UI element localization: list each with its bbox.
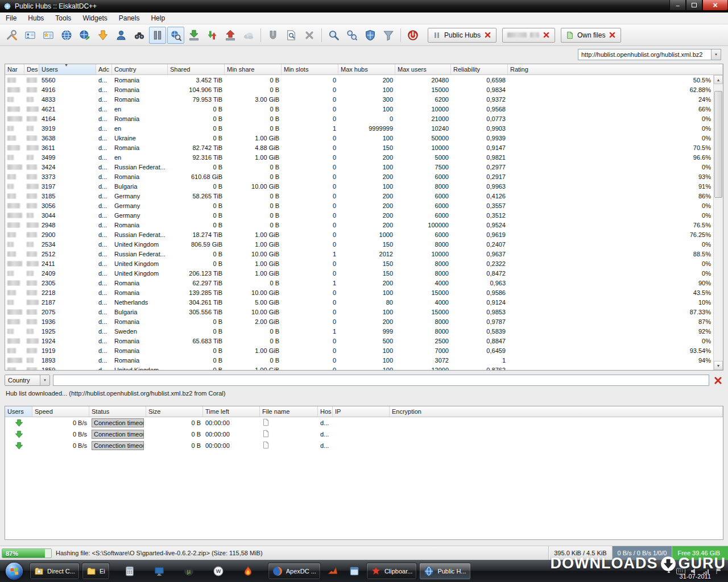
find-user-icon[interactable]	[113, 27, 130, 44]
scroll-up-icon[interactable]: ▲	[714, 75, 723, 84]
taskbar-app-window[interactable]	[345, 563, 364, 580]
transfers-icon[interactable]	[204, 27, 221, 44]
hub-table-row[interactable]: 4916 d... Romania 104.906 TiB 0 B 0 100 …	[5, 85, 713, 94]
hub-table-row[interactable]: 2409 d... United Kingdom 206.123 TiB 1.0…	[5, 268, 713, 278]
column-header-status[interactable]: Status	[89, 406, 146, 417]
hub-table-row[interactable]: 3056 d... Germany 0 B 0 B 0 200 6000 0,3…	[5, 201, 713, 210]
ip-filter-icon[interactable]	[380, 27, 397, 44]
column-header-description[interactable]: Des	[24, 64, 39, 74]
hub-table-row[interactable]: 1919 d... Romania 0 B 1.00 GiB 0 100 700…	[5, 346, 713, 355]
tab-public-hubs[interactable]: Public Hubs	[428, 28, 497, 43]
hublist-browser-icon[interactable]	[167, 27, 184, 44]
clear-filter-button[interactable]	[712, 375, 723, 386]
search-files-icon[interactable]	[344, 27, 361, 44]
hub-table-row[interactable]: 1859 d... United Kingdom 0 B 1.00 GiB 0 …	[5, 365, 713, 370]
hub-table-row[interactable]: 2411 d... United Kingdom 0 B 1.00 GiB 0 …	[5, 259, 713, 268]
taskbar-app-clipboard[interactable]: Clipboar...	[366, 563, 417, 580]
scrollbar-thumb[interactable]	[714, 91, 722, 198]
tab-close-icon[interactable]	[543, 31, 550, 39]
taskbar-app-utorrent[interactable]: µ	[179, 563, 198, 580]
column-header-reliability[interactable]: Reliability	[451, 64, 508, 74]
hub-table-row[interactable]: 3638 d... Ukraine 0 B 1.00 GiB 0 100 500…	[5, 133, 713, 143]
column-header-rating[interactable]: Rating	[508, 64, 723, 74]
close-button[interactable]: ×	[702, 0, 728, 11]
start-button[interactable]	[0, 560, 28, 582]
hub-table-row[interactable]: 2900 d... Russian Federat... 18.274 TiB …	[5, 230, 713, 239]
column-header-shared[interactable]: Shared	[168, 64, 225, 74]
quit-icon[interactable]	[404, 27, 421, 44]
hub-table-row[interactable]: 5560 d... Romania 3.452 TiB 0 B 0 200 20…	[5, 75, 713, 85]
search-icon[interactable]	[131, 27, 148, 44]
column-header-speed[interactable]: Speed	[32, 406, 89, 417]
hub-table-row[interactable]: 4621 d... en 0 B 0 B 0 100 10000 0,9568 …	[5, 104, 713, 114]
hub-table-row[interactable]: 1924 d... Romania 65.683 TiB 0 B 0 500 2…	[5, 336, 713, 346]
column-header-min-slots[interactable]: Min slots	[282, 64, 338, 74]
column-header-ip[interactable]: IP	[333, 406, 390, 417]
taskbar-app-explorer[interactable]: Direct C...	[30, 563, 80, 580]
taskbar-app-remote-desktop[interactable]	[150, 563, 169, 580]
download-queue-icon[interactable]	[94, 27, 111, 44]
hub-table-row[interactable]: 3499 d... en 92.316 TiB 1.00 GiB 0 200 5…	[5, 152, 713, 162]
hub-table-row[interactable]: 1936 d... Romania 0 B 2.00 GiB 0 200 800…	[5, 317, 713, 326]
hub-table-row[interactable]: 3044 d... Germany 0 B 0 B 0 200 6000 0,3…	[5, 210, 713, 220]
hub-table-row[interactable]: 2305 d... Romania 62.297 TiB 0 B 1 200 4…	[5, 278, 713, 288]
hub-table-row[interactable]: 4833 d... Romania 79.953 TiB 3.00 GiB 0 …	[5, 94, 713, 104]
hub-table-row[interactable]: 3611 d... Romania 82.742 TiB 4.88 GiB 0 …	[5, 143, 713, 152]
menu-help[interactable]: Help	[145, 13, 171, 23]
hub-table-row[interactable]: 1893 d... Romania 0 B 0 B 0 100 3072 1 9…	[5, 355, 713, 365]
public-hubs-icon[interactable]	[58, 27, 75, 44]
column-header-users[interactable]: Users	[5, 406, 32, 417]
column-header-country[interactable]: Country	[112, 64, 168, 74]
minimize-button[interactable]: –	[669, 0, 686, 11]
antispam-icon[interactable]	[362, 27, 379, 44]
scroll-down-icon[interactable]: ▼	[714, 361, 723, 370]
reload-hublist-icon[interactable]	[76, 27, 93, 44]
hub-table-row[interactable]: 3185 d... Germany 58.265 TiB 0 B 0 200 6…	[5, 191, 713, 201]
transfer-row[interactable]: 0 B/s Connection timeout 0 B 00:00:00 d.…	[5, 429, 723, 440]
chevron-down-icon[interactable]: ▼	[40, 375, 49, 385]
maximize-button[interactable]	[686, 0, 702, 11]
column-header-max-hubs[interactable]: Max hubs	[338, 64, 395, 74]
taskbar-app-calculator[interactable]	[120, 563, 139, 580]
hub-table-row[interactable]: 2534 d... United Kingdom 806.59 GiB 1.00…	[5, 239, 713, 249]
hub-table-row[interactable]: 3197 d... Bulgaria 0 B 10.00 GiB 0 100 8…	[5, 181, 713, 191]
menu-panels[interactable]: Panels	[113, 13, 146, 23]
column-header-host[interactable]: Hos	[318, 406, 333, 417]
transfer-row[interactable]: 0 B/s Connection timeout 0 B 00:00:00 d.…	[5, 440, 723, 451]
column-header-encryption[interactable]: Encryption	[390, 406, 723, 417]
vertical-scrollbar[interactable]: ▲ ▼	[713, 75, 723, 370]
filter-input[interactable]	[53, 375, 709, 386]
close-widget-icon[interactable]	[301, 27, 318, 44]
taskbar-app-apexdc[interactable]: ApexDC ...	[268, 563, 321, 580]
favorite-users-icon[interactable]	[22, 27, 39, 44]
hub-table-row[interactable]: 3919 d... en 0 B 0 B 1 9999999 10240 0,9…	[5, 123, 713, 133]
hub-table-row[interactable]: 2218 d... Romania 139.285 TiB 10.00 GiB …	[5, 288, 713, 297]
taskbar-app-folder[interactable]: Ei	[82, 563, 110, 580]
hublist-url-combobox[interactable]: http://hublist.openhublist.org/hublist.x…	[578, 49, 721, 60]
hub-table-row[interactable]: 2187 d... Netherlands 304.261 TiB 5.00 G…	[5, 297, 713, 307]
menu-file[interactable]: File	[0, 13, 22, 23]
hub-table-row[interactable]: 4164 d... Romania 0 B 0 B 0 0 21000 0,07…	[5, 114, 713, 123]
hub-table-row[interactable]: 2075 d... Bulgaria 305.556 TiB 10.00 GiB…	[5, 307, 713, 317]
column-header-time-left[interactable]: Time left	[203, 406, 260, 417]
menu-tools[interactable]: Tools	[49, 13, 77, 23]
tab-own-files[interactable]: Own files	[561, 28, 621, 43]
network-stats-icon[interactable]	[240, 27, 257, 44]
adl-search-icon[interactable]	[264, 27, 282, 44]
column-header-name[interactable]: Nar	[5, 64, 24, 74]
finished-downloads-icon[interactable]	[185, 27, 202, 44]
settings-icon[interactable]	[3, 27, 20, 44]
hub-table-row[interactable]: 3424 d... Russian Federat... 0 B 0 B 0 1…	[5, 162, 713, 172]
column-header-min-share[interactable]: Min share	[225, 64, 282, 74]
favorite-hubs-icon[interactable]	[40, 27, 57, 44]
transfer-row[interactable]: 0 B/s Connection timeout 0 B 00:00:00 d.…	[5, 417, 723, 429]
menu-widgets[interactable]: Widgets	[77, 13, 113, 23]
search-spy-icon[interactable]	[283, 27, 300, 44]
hub-table-row[interactable]: 2948 d... Romania 0 B 0 B 0 200 100000 0…	[5, 220, 713, 230]
taskbar-app-wordpress[interactable]: W	[209, 563, 228, 580]
tab-blurred[interactable]	[502, 28, 555, 43]
taskbar-app-flame[interactable]	[238, 563, 258, 580]
column-header-size[interactable]: Size	[146, 406, 203, 417]
tab-close-icon[interactable]	[609, 31, 616, 39]
taskbar-app-public-hubs[interactable]: Public H...	[419, 563, 470, 580]
